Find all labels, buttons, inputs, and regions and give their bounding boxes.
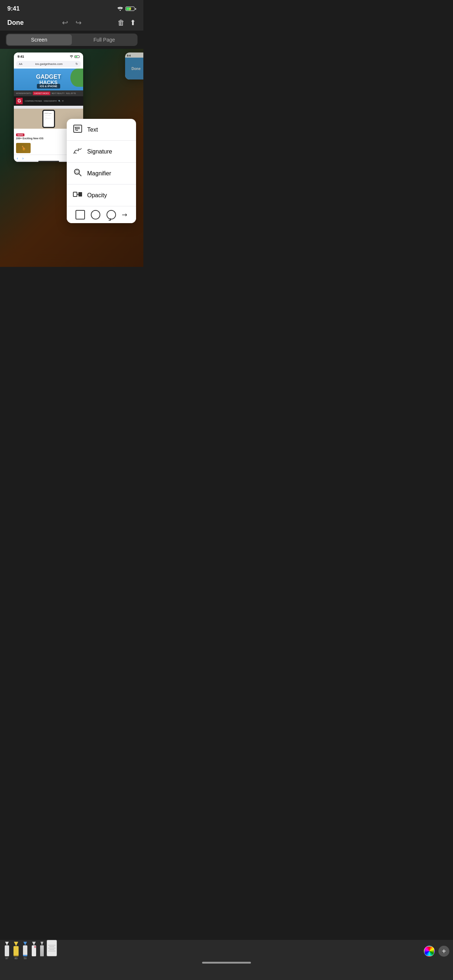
battery-tip (135, 8, 136, 10)
signature-icon (73, 145, 83, 158)
done-button[interactable]: Done (7, 19, 39, 27)
card-hero: GADGET HACKS IOS & IPHONE (14, 68, 83, 91)
card-aa: AA (19, 63, 22, 65)
phone-mockup: ◁ General Software Update Automatic Upda… (42, 110, 55, 128)
share-button[interactable]: ⬆ (130, 18, 136, 27)
peek-status: 9:4 (125, 52, 144, 57)
trash-button[interactable]: 🗑 (118, 19, 125, 27)
card-url-bar: AA ios.gadgethacks.com ↻ (16, 61, 81, 67)
card-thumb-1: 🦒 (16, 143, 30, 153)
svg-rect-10 (78, 192, 82, 197)
undo-button[interactable]: ↩ (62, 18, 68, 27)
shape-arrow-icon[interactable]: ↗ (120, 210, 129, 220)
nav-gadgethacks: GADGET HACKS (33, 92, 50, 95)
card-logo-links: COMPARE PHONES VIDEOGRAPHY 🔍 ☰ (25, 100, 64, 102)
nav-nullbyte: NULL BYTE (66, 92, 76, 94)
card-time: 9:41 (18, 55, 24, 58)
card-news-badge: NEWS (16, 134, 24, 136)
card-green-blob (70, 68, 83, 87)
status-icons: ⚡ (117, 6, 136, 11)
shape-square-icon[interactable] (75, 210, 85, 220)
popup-opacity-item[interactable]: Opacity (67, 185, 136, 206)
phone-screen: ◁ General Software Update Automatic Upda… (43, 111, 54, 127)
text-box-icon: T (73, 124, 83, 135)
card-nav-bar: WONDERHOWTO GADGET HACKS NEXT REALITY NU… (14, 91, 83, 96)
battery-bolt-icon: ⚡ (128, 7, 132, 11)
nav-wonderhowto: WONDERHOWTO (16, 92, 31, 94)
content-area: 9:41 AA ios.gadgethacks.com ↻ (0, 49, 144, 267)
svg-point-0 (71, 57, 72, 58)
magnifier-icon (73, 167, 83, 180)
popup-magnifier-label: Magnifier (87, 170, 111, 177)
card-divider (14, 106, 83, 109)
popup-opacity-label: Opacity (87, 192, 107, 199)
card-back-arrow: ‹ (17, 156, 18, 161)
card-wifi-icon (70, 55, 73, 58)
svg-line-7 (79, 173, 81, 176)
segment-screen[interactable]: Screen (6, 34, 72, 45)
popup-magnifier-item[interactable]: Magnifier (67, 162, 136, 185)
svg-text:T: T (74, 127, 77, 130)
svg-rect-9 (73, 192, 77, 197)
shape-bubble-icon[interactable] (107, 210, 116, 220)
card-url: ios.gadgethacks.com (24, 62, 73, 65)
card-status-bar: 9:41 (14, 52, 83, 59)
peek-content: Done (125, 57, 144, 80)
screenshot-card-peek: 9:4 Done (125, 52, 144, 80)
svg-point-8 (75, 170, 78, 173)
wifi-icon (117, 6, 123, 11)
battery-container: ⚡ (126, 6, 136, 11)
card-logo-g: G (16, 98, 22, 104)
segment-fullpage[interactable]: Full Page (72, 34, 137, 45)
segment-control: Screen Full Page (6, 33, 137, 46)
popup-signature-item[interactable]: Signature (67, 141, 136, 162)
popup-menu: T Text Signature (67, 119, 136, 223)
edit-toolbar: Done ↩ ↪ 🗑 ⬆ (0, 14, 144, 30)
toolbar-right: 🗑 ⬆ (104, 18, 136, 27)
shape-bubble-wrapper (107, 210, 116, 220)
status-bar: 9:41 ⚡ (0, 0, 144, 14)
battery-body: ⚡ (126, 6, 135, 11)
card-refresh-icon: ↻ (75, 62, 78, 65)
card-scroll-thumb (38, 161, 59, 162)
popup-shapes-row: ↗ (67, 206, 136, 223)
card-hero-title: GADGET HACKS (36, 74, 61, 86)
popup-text-item[interactable]: T Text (67, 119, 136, 141)
card-forward-arrow: › (22, 156, 23, 161)
popup-signature-label: Signature (87, 148, 112, 155)
opacity-icon (73, 189, 83, 201)
card-logo-bar: G COMPARE PHONES VIDEOGRAPHY 🔍 ☰ (14, 96, 83, 106)
status-time: 9:41 (7, 5, 20, 13)
popup-text-label: Text (87, 127, 98, 133)
shape-circle-icon[interactable] (91, 210, 100, 220)
nav-nextreality: NEXT REALITY (52, 92, 65, 94)
toolbar-center: ↩ ↪ (39, 18, 104, 27)
redo-button[interactable]: ↪ (75, 18, 82, 27)
